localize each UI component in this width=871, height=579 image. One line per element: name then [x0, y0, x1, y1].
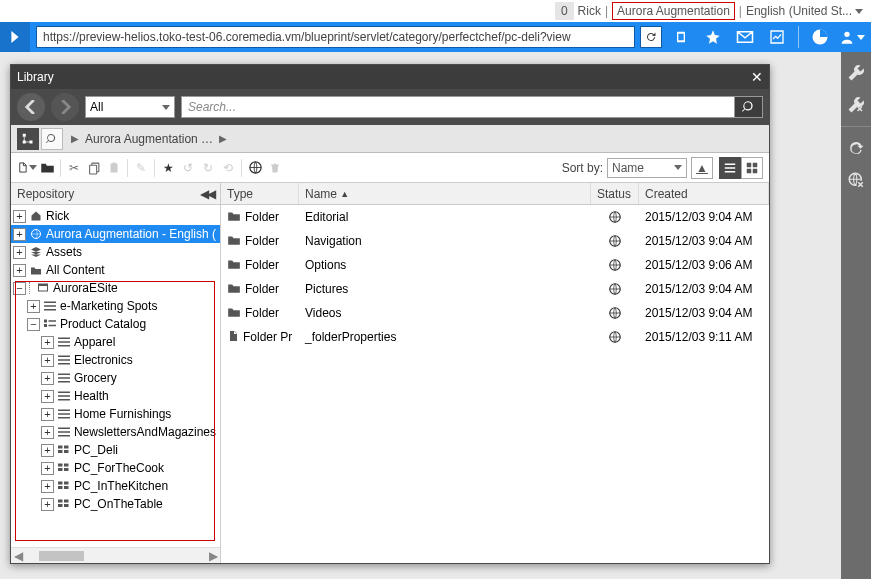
tree-node-pcforthecook[interactable]: +PC_ForTheCook	[11, 459, 220, 477]
new-document-button[interactable]	[17, 157, 37, 179]
svg-rect-42	[58, 413, 70, 415]
horizontal-scrollbar[interactable]: ◀▶	[11, 547, 220, 563]
tree-label: Electronics	[74, 353, 133, 367]
device-icon[interactable]	[668, 24, 694, 50]
person-icon[interactable]	[839, 24, 865, 50]
forward-button[interactable]	[51, 93, 79, 121]
wrench-icon[interactable]	[845, 62, 867, 84]
tree-node-homefurnishings[interactable]: +Home Furnishings	[11, 405, 220, 423]
expand-button[interactable]	[0, 22, 30, 52]
svg-rect-61	[58, 504, 63, 507]
tree-node-electronics[interactable]: +Electronics	[11, 351, 220, 369]
bookmark-icon[interactable]	[700, 24, 726, 50]
tree-node-pcdeli[interactable]: +PC_Deli	[11, 441, 220, 459]
tree-label: Home Furnishings	[74, 407, 171, 421]
list-icon	[57, 391, 71, 401]
list-icon	[57, 373, 71, 383]
table-row[interactable]: FolderOptions2015/12/03 9:06 AM	[221, 253, 769, 277]
list-icon	[57, 355, 71, 365]
breadcrumb[interactable]: ▶ Aurora Augmentation … ▶	[65, 132, 233, 146]
new-folder-button[interactable]	[37, 157, 57, 179]
svg-rect-55	[58, 482, 63, 485]
svg-rect-50	[64, 450, 69, 453]
library-title: Library	[17, 70, 54, 84]
collapse-icon[interactable]: ◀◀	[200, 187, 214, 201]
bookmark-button[interactable]: ★	[158, 157, 178, 179]
library-titlebar[interactable]: Library ✕	[11, 65, 769, 89]
svg-rect-18	[753, 168, 758, 173]
site-label[interactable]: Aurora Augmentation	[612, 2, 735, 20]
sort-direction-button[interactable]: ▲	[691, 157, 713, 179]
sync-icon[interactable]	[845, 137, 867, 159]
globe-x-icon[interactable]	[845, 169, 867, 191]
repository-tree[interactable]: +Rick +Aurora Augmentation - English ( +…	[11, 205, 220, 547]
cut-button[interactable]: ✂	[64, 157, 84, 179]
svg-rect-52	[64, 464, 69, 467]
table-row[interactable]: FolderVideos2015/12/03 9:04 AM	[221, 301, 769, 325]
search-mode-toggle[interactable]	[41, 128, 63, 150]
table-row[interactable]: FolderEditorial2015/12/03 9:04 AM	[221, 205, 769, 229]
sort-selector[interactable]: Name	[607, 158, 687, 178]
tree-node-apparel[interactable]: +Apparel	[11, 333, 220, 351]
tree-node-rick[interactable]: +Rick	[11, 207, 220, 225]
wrench-x-icon[interactable]	[845, 94, 867, 116]
table-row[interactable]: Folder Pr_folderProperties2015/12/03 9:1…	[221, 325, 769, 349]
list-view-button[interactable]	[719, 157, 741, 179]
notification-count[interactable]: 0	[555, 2, 574, 20]
col-status[interactable]: Status	[591, 183, 639, 204]
tree-node-pconthetable[interactable]: +PC_OnTheTable	[11, 495, 220, 513]
type-filter[interactable]: All	[85, 96, 175, 118]
grid-icon	[57, 463, 71, 473]
tree-node-pcinthekitchen[interactable]: +PC_InTheKitchen	[11, 477, 220, 495]
svg-rect-37	[58, 381, 70, 383]
thumbnail-view-button[interactable]	[741, 157, 763, 179]
table-row[interactable]: FolderNavigation2015/12/03 9:04 AM	[221, 229, 769, 253]
copy-button[interactable]	[84, 157, 104, 179]
search-button[interactable]	[735, 96, 763, 118]
breadcrumb-item[interactable]: Aurora Augmentation …	[85, 132, 213, 146]
tree-node-emarketing[interactable]: +e-Marketing Spots	[11, 297, 220, 315]
col-type[interactable]: Type	[221, 183, 299, 204]
mail-icon[interactable]	[732, 24, 758, 50]
withdraw-button[interactable]: ⟲	[218, 157, 238, 179]
svg-rect-9	[111, 163, 118, 172]
user-label[interactable]: Rick	[578, 4, 601, 18]
tree-node-aurora[interactable]: +Aurora Augmentation - English (	[11, 225, 220, 243]
analytics-icon[interactable]	[764, 24, 790, 50]
refresh-stale-button[interactable]: ↺	[178, 157, 198, 179]
repository-header: Repository ◀◀	[11, 183, 220, 205]
tree-label: Health	[74, 389, 109, 403]
close-icon[interactable]: ✕	[751, 69, 763, 85]
time-icon[interactable]	[807, 24, 833, 50]
search-input[interactable]: Search...	[181, 96, 735, 118]
edit-button[interactable]: ✎	[131, 157, 151, 179]
refresh-arrow-button[interactable]: ↻	[198, 157, 218, 179]
delete-button[interactable]	[265, 157, 285, 179]
tree-node-newsletters[interactable]: +NewslettersAndMagazines	[11, 423, 220, 441]
svg-rect-30	[58, 341, 70, 343]
col-name[interactable]: Name ▲	[299, 183, 591, 204]
tree-node-auroraesite[interactable]: −AuroraESite	[11, 279, 220, 297]
language-selector[interactable]: English (United St...	[746, 4, 863, 18]
tree-node-health[interactable]: +Health	[11, 387, 220, 405]
back-button[interactable]	[17, 93, 45, 121]
tree-node-productcatalog[interactable]: −Product Catalog	[11, 315, 220, 333]
globe-button[interactable]	[245, 157, 265, 179]
divider	[154, 159, 155, 177]
cell-name: Navigation	[299, 234, 591, 248]
tree-label: Grocery	[74, 371, 117, 385]
svg-rect-16	[753, 162, 758, 167]
tree-node-allcontent[interactable]: +All Content	[11, 261, 220, 279]
site-icon	[36, 282, 50, 294]
reload-button[interactable]	[640, 26, 662, 48]
table-row[interactable]: FolderPictures2015/12/03 9:04 AM	[221, 277, 769, 301]
col-created[interactable]: Created	[639, 183, 769, 204]
tree-mode-toggle[interactable]	[17, 128, 39, 150]
url-input[interactable]: https://preview-helios.toko-test-06.core…	[36, 26, 635, 48]
paste-button[interactable]	[104, 157, 124, 179]
tree-node-grocery[interactable]: +Grocery	[11, 369, 220, 387]
tree-node-assets[interactable]: +Assets	[11, 243, 220, 261]
repository-label: Repository	[17, 187, 74, 201]
svg-rect-54	[64, 468, 69, 471]
folder-icon	[29, 265, 43, 276]
